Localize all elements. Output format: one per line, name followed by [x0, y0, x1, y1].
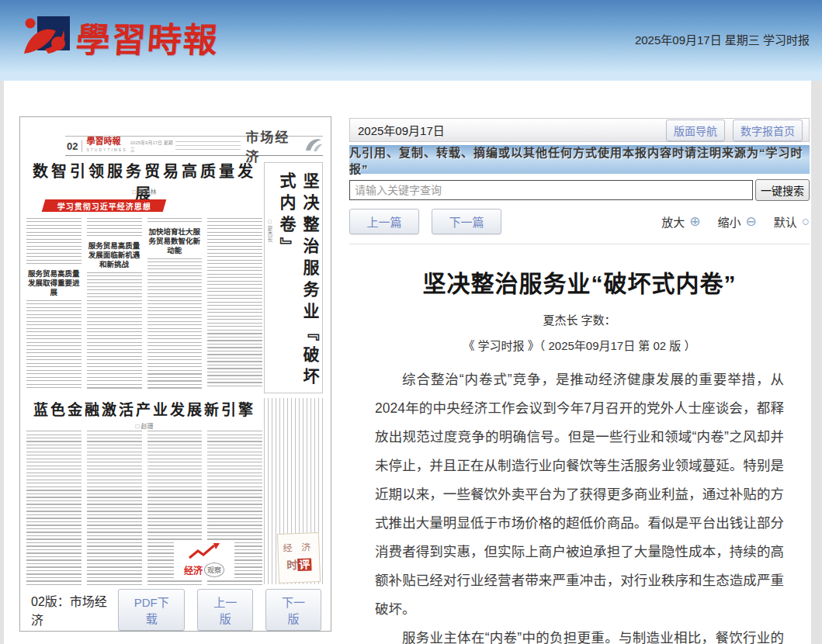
paper-page-number: 02 [65, 140, 82, 152]
issue-date: 2025年09月17日 [358, 122, 445, 138]
site-logo-text: 學習時報 [75, 12, 220, 62]
section-logo-icon [304, 137, 323, 155]
layout-navigation-button[interactable]: 版面导航 [666, 119, 725, 141]
paper-subhead-3: 加快培育壮大服务贸易数智化新动能 [147, 227, 203, 255]
article-source: 《 学习时报 》（ 2025年09月17日 第 02 版 ） [375, 337, 784, 353]
zoom-in-label[interactable]: 放大 [661, 213, 685, 230]
economy-watch-label: 经济 [184, 563, 203, 576]
search-bar: 一键搜索 [349, 179, 810, 201]
prev-article-button[interactable]: 上一篇 [349, 209, 419, 234]
economy-watch-arrow-icon [188, 542, 220, 563]
header-date-info: 2025年09月17日 星期三 学习时报 [635, 31, 810, 47]
newspaper-page-image[interactable]: 02 學習時報 STUDYTIMES 2025年9月17日 星期三 市场经济 [20, 117, 331, 592]
paper-editor-info [175, 141, 241, 151]
paper-article1-columns: 服务贸易高质量发展取得重要进展 服务贸易高质量发展面临新机遇和新挑战 加快培育壮… [26, 218, 262, 389]
paper-subhead-1: 服务贸易高质量发展取得重要进展 [26, 269, 82, 297]
site-header: 學習時報 2025年09月17日 星期三 学习时报 [0, 0, 822, 74]
newspaper-logo-icon [22, 13, 71, 61]
article-body: 综合整治“内卷式”竞争，是推动经济健康发展的重要举措，从2024年的中央经济工作… [375, 365, 784, 644]
paper-masthead-sub: STUDYTIMES [86, 146, 127, 154]
pdf-download-button[interactable]: PDF下载 [118, 589, 185, 631]
paper-vertical-author: □ 夏杰长 [265, 219, 273, 393]
economy-watch-logo: 经济 观察 [174, 541, 234, 578]
digital-paper-home-button[interactable]: 数字报首页 [733, 119, 803, 141]
page: 學習時報 2025年09月17日 星期三 学习时报 02 學習時報 STUDYT… [0, 0, 822, 644]
paper-author-1: □ 李西林 [26, 187, 262, 196]
zoom-default-icon[interactable]: ○ [802, 215, 810, 228]
page-preview-footer: 02版：市场经济 PDF下载 上一版 下一版 [31, 597, 321, 623]
date-bar: 2025年09月17日 版面导航 数字报首页 [349, 118, 810, 142]
prev-page-button[interactable]: 上一版 [197, 589, 253, 631]
paper-theme-banner: 学习贯彻习近平经济思想 [42, 199, 167, 212]
zoom-default-label[interactable]: 默认 [774, 213, 797, 230]
search-input[interactable] [349, 180, 753, 200]
site-logo[interactable]: 學習時報 [22, 12, 219, 62]
content-area: 02 學習時報 STUDYTIMES 2025年9月17日 星期三 市场经济 [4, 81, 811, 644]
copyright-notice-banner: 凡引用、复制、转载、摘编或以其他任何方式使用本报内容时请注明来源为“学习时报” [349, 145, 810, 174]
zoom-out-icon[interactable]: ⊖ [745, 215, 756, 228]
paper-vertical-title: 坚决整治服务业『破坏式内卷』 [275, 172, 321, 393]
zoom-controls: 放大 ⊕ 缩小 ⊖ 默认 ○ [661, 213, 810, 230]
article-title: 坚决整治服务业“破坏式内卷” [375, 265, 784, 299]
paper-vertical-article-box[interactable]: □ 夏杰长 坚决整治服务业『破坏式内卷』 [264, 162, 323, 393]
current-page-label: 02版：市场经济 [31, 591, 118, 628]
article-content: 坚决整治服务业“破坏式内卷” 夏杰长 字数： 《 学习时报 》（ 2025年09… [375, 265, 784, 644]
paper-masthead-date: 2025年9月17日 星期三 [130, 137, 175, 153]
paper-subhead-2: 服务贸易高质量发展面临新机遇和新挑战 [87, 241, 142, 269]
page-preview-panel: 02 學習時報 STUDYTIMES 2025年9月17日 星期三 市场经济 [19, 116, 331, 632]
paper-headline-1[interactable]: 数智引领服务贸易高质量发展 [26, 159, 262, 204]
paper-author-2: □ 赵珊 [26, 421, 262, 430]
search-button[interactable]: 一键搜索 [755, 179, 810, 201]
economy-watch-circle-label: 观察 [204, 563, 224, 577]
next-page-button[interactable]: 下一版 [265, 589, 321, 631]
zoom-in-icon[interactable]: ⊕ [689, 215, 700, 228]
header-divider [0, 74, 822, 81]
article-paragraph: 服务业主体在“内卷”中的负担更重。与制造业相比，餐饮行业的商户在面对“内卷式”竞… [375, 624, 784, 644]
paper-headline-2[interactable]: 蓝色金融激活产业发展新引擎 [26, 398, 262, 419]
paper-masthead: 02 學習時報 STUDYTIMES 2025年9月17日 星期三 市场经济 [65, 136, 323, 156]
article-byline: 夏杰长 字数： [375, 311, 784, 327]
next-article-button[interactable]: 下一篇 [432, 209, 501, 234]
article-panel: 2025年09月17日 版面导航 数字报首页 凡引用、复制、转载、摘编或以其他任… [349, 118, 810, 644]
article-toolbar: 上一篇 下一篇 放大 ⊕ 缩小 ⊖ 默认 ○ [349, 209, 810, 244]
economy-review-stamp: 经 济 时评 [277, 532, 321, 583]
article-paragraph: 综合整治“内卷式”竞争，是推动经济健康发展的重要举措，从2024年的中央经济工作… [375, 365, 784, 624]
paper-masthead-logo: 學習時報 STUDYTIMES [82, 138, 127, 154]
zoom-out-label[interactable]: 缩小 [717, 213, 740, 230]
